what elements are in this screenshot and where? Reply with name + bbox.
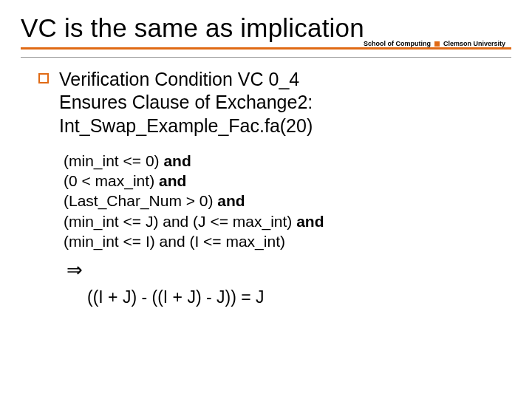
premise-3-and: and xyxy=(217,192,245,209)
premise-4-and: and xyxy=(296,213,324,230)
bullet-line-2: Ensures Clause of Exchange2: xyxy=(59,92,313,112)
premise-2-text: (0 < max_int) xyxy=(64,172,159,189)
premise-3: (Last_Char_Num > 0) and xyxy=(64,191,511,211)
slide-title: VC is the same as implication xyxy=(21,13,511,43)
divider-line-bottom xyxy=(21,57,511,58)
premise-4: (min_int <= J) and (J <= max_int) and xyxy=(64,211,511,231)
subheader-right: Clemson University xyxy=(443,40,505,47)
bullet-line-3: Int_Swap_Example_Fac.fa(20) xyxy=(59,115,313,136)
bullet-marker-icon xyxy=(38,73,49,83)
subheader: School of Computing Clemson University xyxy=(362,40,507,47)
premise-4-text: (min_int <= J) and (J <= max_int) xyxy=(64,213,296,230)
premise-3-text: (Last_Char_Num > 0) xyxy=(64,192,217,209)
divider: School of Computing Clemson University xyxy=(21,47,511,58)
bullet-line-1: Verification Condition VC 0_4 xyxy=(59,69,299,89)
premise-2: (0 < max_int) and xyxy=(64,171,511,191)
slide: VC is the same as implication School of … xyxy=(0,0,532,399)
square-icon xyxy=(434,41,440,47)
bullet-item: Verification Condition VC 0_4 Ensures Cl… xyxy=(38,68,511,137)
bullet-text: Verification Condition VC 0_4 Ensures Cl… xyxy=(59,68,313,137)
implies-symbol: ⇒ xyxy=(66,259,511,282)
premise-1-and: and xyxy=(163,152,191,169)
premise-1: (min_int <= 0) and xyxy=(64,151,511,171)
premise-5: (min_int <= I) and (I <= max_int) xyxy=(64,231,511,251)
divider-line-top xyxy=(21,47,511,50)
premise-2-and: and xyxy=(159,172,186,189)
content-area: Verification Condition VC 0_4 Ensures Cl… xyxy=(21,68,511,307)
premise-1-text: (min_int <= 0) xyxy=(64,152,163,169)
subheader-left: School of Computing xyxy=(364,40,431,47)
conclusion-text: ((I + J) - ((I + J) - J)) = J xyxy=(87,287,511,307)
premises-block: (min_int <= 0) and (0 < max_int) and (La… xyxy=(64,151,511,251)
